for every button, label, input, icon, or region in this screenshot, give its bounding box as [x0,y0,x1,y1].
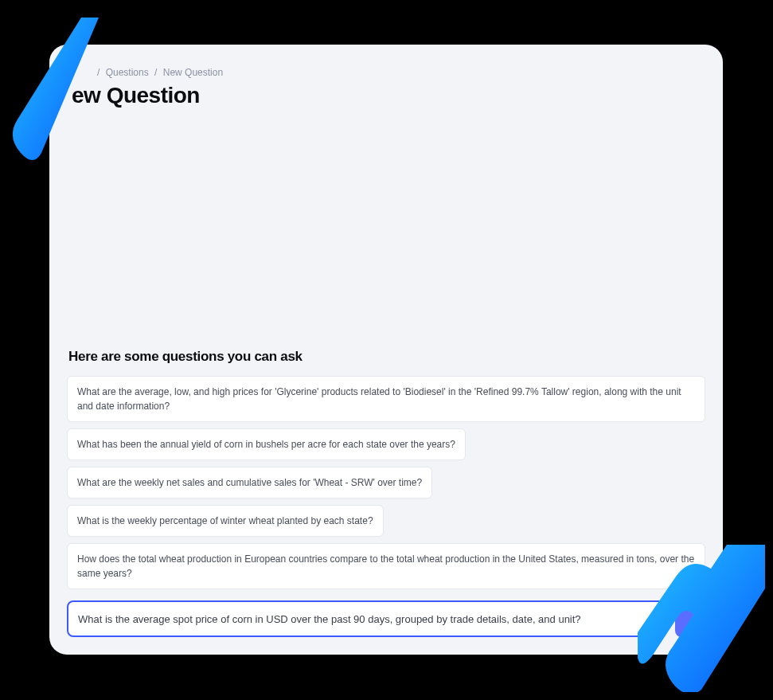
suggestions-heading: Here are some questions you can ask [68,349,705,365]
page-title: ew Question [72,83,705,108]
suggestion-item[interactable]: What are the weekly net sales and cumula… [67,467,432,499]
breadcrumb: / Questions / New Question [94,67,705,78]
decoration-bottom-ribbon [638,545,765,692]
suggestion-item[interactable]: What are the average, low, and high pric… [67,376,705,422]
suggestions-list: What are the average, low, and high pric… [67,376,705,589]
content-area-empty [67,116,705,349]
suggestion-item[interactable]: What is the weekly percentage of winter … [67,505,384,537]
decoration-top-ribbon [11,18,99,161]
app-card: / Questions / New Question ew Question H… [49,45,723,655]
suggestion-item[interactable]: How does the total wheat production in E… [67,543,705,589]
breadcrumb-separator: / [154,67,157,78]
input-row [67,600,705,637]
suggestion-item[interactable]: What has been the annual yield of corn i… [67,428,466,460]
breadcrumb-questions-link[interactable]: Questions [106,67,149,78]
breadcrumb-current: New Question [163,67,223,78]
question-input[interactable] [67,600,667,637]
